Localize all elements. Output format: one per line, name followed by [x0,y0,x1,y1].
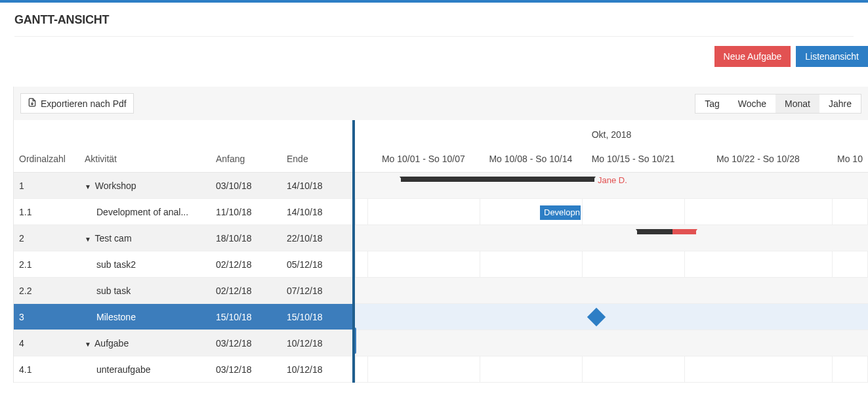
table-row[interactable]: 2.1 sub task202/12/1805/12/18 [14,251,352,278]
cell-ord: 4 [19,338,85,349]
table-row[interactable]: 4.1 unteraufgabe03/12/1810/12/18 [14,356,352,383]
gantt-bar-parent[interactable] [637,229,696,234]
timeline-week-label: Mo 10/22 - So 10/28 [685,154,832,164]
gantt-row[interactable] [355,304,868,330]
cell-activity: Milestone [85,312,216,322]
cell-end: 14/10/18 [287,181,352,191]
cell-ord: 3 [19,312,85,322]
timeline-month: Okt, 2018 [355,129,868,140]
cell-end: 15/10/18 [287,312,352,322]
col-header-end[interactable]: Ende [287,154,352,164]
tree-toggle-icon[interactable]: ▼ [85,341,91,348]
gantt-row[interactable] [355,356,868,383]
timeline-week-label: Mo 10/01 - So 10/07 [367,154,480,164]
cell-ord: 2.2 [19,286,85,296]
table-row[interactable]: 1▼ Workshop03/10/1814/10/18 [14,173,352,199]
scale-week[interactable]: Woche [729,95,775,113]
cell-start: 03/10/18 [216,181,287,191]
cell-start: 15/10/18 [216,312,287,322]
list-view-button[interactable]: Listenansicht [796,46,868,67]
new-task-button[interactable]: Neue Aufgabe [714,46,791,67]
scale-day[interactable]: Tag [695,95,729,113]
tree-toggle-icon[interactable]: ▼ [85,236,91,243]
table-row[interactable]: 3 Milestone15/10/1815/10/18 [14,304,352,330]
export-pdf-button[interactable]: Exportieren nach Pdf [20,93,134,114]
cell-end: 10/12/18 [287,364,352,375]
cell-start: 03/12/18 [216,338,287,349]
cell-end: 05/12/18 [287,259,352,270]
cell-activity: ▼ Aufgabe [85,338,216,349]
cell-activity: Development of anal... [85,207,216,217]
pdf-icon [28,98,37,109]
export-pdf-label: Exportieren nach Pdf [41,98,127,109]
col-header-start[interactable]: Anfang [216,154,287,164]
cell-start: 02/12/18 [216,259,287,270]
gantt-row[interactable] [355,278,868,304]
gantt-row[interactable] [355,330,868,356]
timeline-week-label: Mo 10/15 - So 10/21 [582,154,684,164]
gantt-bar-task[interactable]: Developn [540,205,581,220]
cell-start: 11/10/18 [216,207,287,217]
timeline-week-label: Mo 10 [832,154,868,164]
cell-end: 10/12/18 [287,338,352,349]
scale-month[interactable]: Monat [775,95,819,113]
cell-activity: sub task [85,286,216,296]
gantt-row[interactable]: Developn [355,199,868,225]
cell-start: 03/12/18 [216,364,287,375]
cell-ord: 2 [19,233,85,244]
gantt-row[interactable] [355,225,868,251]
gantt-row[interactable] [355,251,868,278]
col-header-activity[interactable]: Aktivität [85,154,216,164]
cell-start: 02/12/18 [216,286,287,296]
col-header-ord[interactable]: Ordinalzahl [19,154,85,164]
tree-toggle-icon[interactable]: ▼ [85,183,91,190]
cell-end: 07/12/18 [287,286,352,296]
cell-end: 14/10/18 [287,207,352,217]
scale-year[interactable]: Jahre [819,95,861,113]
grid-resize-handle[interactable] [355,328,356,354]
assignee-label: Jane D. [598,175,627,185]
cell-ord: 1 [19,181,85,191]
cell-ord: 4.1 [19,364,85,375]
table-row[interactable]: 2▼ Test cam18/10/1822/10/18 [14,225,352,251]
cell-ord: 1.1 [19,207,85,217]
cell-start: 18/10/18 [216,233,287,244]
gantt-milestone[interactable] [587,308,606,326]
table-row[interactable]: 2.2 sub task02/12/1807/12/18 [14,278,352,304]
table-row[interactable]: 4▼ Aufgabe03/12/1810/12/18 [14,330,352,356]
cell-ord: 2.1 [19,259,85,270]
cell-activity: ▼ Workshop [85,181,216,191]
cell-end: 22/10/18 [287,233,352,244]
page-title: GANTT-ANSICHT [0,3,868,36]
table-row[interactable]: 1.1 Development of anal...11/10/1814/10/… [14,199,352,225]
gantt-bar-parent[interactable] [401,177,594,182]
gantt-row[interactable]: Jane D. [355,173,868,199]
cell-activity: sub task2 [85,259,216,270]
timeline-week-label: Mo 10/08 - So 10/14 [480,154,582,164]
cell-activity: ▼ Test cam [85,233,216,244]
cell-activity: unteraufgabe [85,364,216,375]
